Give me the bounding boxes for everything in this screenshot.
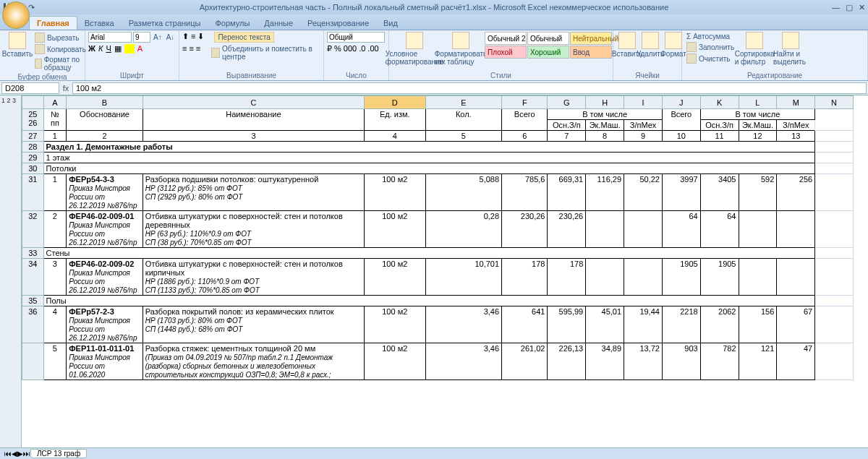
currency-icon[interactable]: ₽ [327, 44, 332, 53]
align-mid-icon[interactable]: ≡ [191, 32, 195, 43]
cut-button[interactable]: Вырезать [33, 32, 88, 43]
col-M[interactable]: M [777, 96, 815, 109]
hdr-vsego1[interactable]: Всего [502, 109, 548, 131]
format-painter-button[interactable]: Формат по образцу [33, 55, 88, 72]
title-bar: 💾 ↶ ↷ Архитектурно-строительная часть - … [0, 0, 868, 14]
clear-button[interactable]: Очистить [685, 53, 736, 64]
bold-button[interactable]: Ж [88, 44, 95, 53]
underline-button[interactable]: Ч [106, 44, 111, 53]
col-G[interactable]: G [548, 96, 586, 109]
col-H[interactable]: H [586, 96, 624, 109]
grow-font-icon[interactable]: A↑ [152, 32, 163, 43]
status-bar: ⏮ ◀ ▶ ⏭ ЛСР 13 граф [0, 447, 868, 459]
number-format[interactable] [327, 32, 385, 43]
tab-view[interactable]: Вид [376, 17, 405, 30]
sheet-tab[interactable]: ЛСР 13 граф [30, 449, 87, 458]
paste-button[interactable]: Вставить [3, 32, 32, 58]
align-bot-icon[interactable]: ⬇ [197, 32, 204, 43]
name-box[interactable] [1, 82, 59, 94]
inc-dec-icon[interactable]: .0 [359, 44, 365, 53]
format-table-button[interactable]: Форматировать как таблицу [438, 32, 483, 66]
col-B[interactable]: B [67, 96, 143, 109]
wrap-text-button[interactable]: Перенос текста [214, 32, 273, 43]
col-F[interactable]: F [502, 96, 548, 109]
section-header[interactable]: Раздел 1. Демонтажные работы [43, 142, 815, 153]
worksheet-grid[interactable]: A B C D E F G H I J K L M N 2526 № пп Об… [22, 95, 868, 447]
font-size[interactable] [133, 32, 150, 43]
percent-icon[interactable]: % [334, 44, 341, 53]
align-center-icon[interactable]: ≡ [189, 44, 193, 61]
tab-layout[interactable]: Разметка страницы [122, 17, 208, 30]
maximize-icon[interactable]: ▢ [846, 3, 853, 12]
tab-formulas[interactable]: Формулы [208, 17, 257, 30]
window-title: Архитектурно-строительная часть - Полный… [36, 3, 832, 12]
tab-review[interactable]: Рецензирование [300, 17, 376, 30]
sort-filter-button[interactable]: Сортировка и фильтр [737, 32, 772, 66]
office-button[interactable] [2, 1, 30, 29]
style-input[interactable]: Ввод [570, 46, 612, 59]
style-good[interactable]: Хороший [527, 46, 569, 59]
fill-color-icon[interactable] [124, 44, 135, 53]
col-A[interactable]: A [43, 96, 67, 109]
align-top-icon[interactable]: ⬆ [182, 32, 189, 43]
select-all[interactable] [22, 96, 44, 109]
comma-icon[interactable]: 000 [344, 44, 357, 53]
formula-input[interactable] [72, 82, 867, 94]
ribbon: Вставить Вырезать Копировать Формат по о… [0, 30, 868, 81]
sheet-nav-last-icon[interactable]: ⏭ [23, 450, 30, 458]
find-select-button[interactable]: Найти и выделить [773, 32, 808, 66]
close-icon[interactable]: ✕ [859, 3, 865, 12]
hdr-vtom2[interactable]: В том числе [700, 109, 814, 120]
style-normal2[interactable]: Обычный 2 [485, 32, 527, 45]
col-N[interactable]: N [815, 96, 854, 109]
align-right-icon[interactable]: ≡ [196, 44, 200, 61]
minimize-icon[interactable]: — [832, 3, 840, 12]
tab-insert[interactable]: Вставка [77, 17, 122, 30]
dec-dec-icon[interactable]: .00 [367, 44, 378, 53]
col-K[interactable]: K [700, 96, 739, 109]
col-E[interactable]: E [425, 96, 502, 109]
sheet-nav-prev-icon[interactable]: ◀ [12, 450, 17, 458]
delete-cells-button[interactable]: Удалить [639, 32, 661, 58]
hdr-naim[interactable]: Наименование [142, 109, 364, 131]
copy-button[interactable]: Копировать [33, 43, 88, 55]
formula-bar: fx [0, 81, 868, 95]
border-icon[interactable]: ▦ [114, 44, 122, 53]
fx-icon[interactable]: fx [61, 84, 71, 93]
hdr-npp[interactable]: № пп [43, 109, 67, 131]
style-normal[interactable]: Обычный [527, 32, 569, 45]
sheet-nav-next-icon[interactable]: ▶ [17, 450, 23, 458]
align-left-icon[interactable]: ≡ [182, 44, 187, 61]
format-cells-button[interactable]: Формат [663, 32, 684, 58]
hdr-vsego2[interactable]: Всего [662, 109, 700, 131]
autosum-button[interactable]: ΣАвтосумма [685, 32, 736, 41]
fill-button[interactable]: Заполнить [685, 41, 736, 53]
col-J[interactable]: J [662, 96, 700, 109]
col-I[interactable]: I [624, 96, 663, 109]
ribbon-tabs: Главная Вставка Разметка страницы Формул… [0, 14, 868, 30]
hdr-osn[interactable]: Обоснование [67, 109, 143, 131]
font-color-icon[interactable]: A [137, 44, 142, 53]
cond-format-button[interactable]: Условное форматирование [392, 32, 437, 66]
col-L[interactable]: L [739, 96, 777, 109]
hdr-kol[interactable]: Кол. [425, 109, 502, 131]
outline-bar[interactable]: 1 2 3 [0, 95, 22, 447]
shrink-font-icon[interactable]: A↓ [165, 32, 176, 43]
col-C[interactable]: C [142, 96, 364, 109]
sheet-nav-first-icon[interactable]: ⏮ [4, 450, 12, 458]
hdr-vtom1[interactable]: В том числе [548, 109, 662, 120]
hdr-ed[interactable]: Ед. изм. [365, 109, 425, 131]
insert-cells-button[interactable]: Вставить [616, 32, 638, 58]
merge-button[interactable]: Объединить и поместить в центре [210, 44, 320, 61]
style-bad[interactable]: Плохой [485, 46, 527, 59]
italic-button[interactable]: К [98, 44, 103, 53]
tab-home[interactable]: Главная [29, 16, 77, 30]
col-D[interactable]: D [365, 96, 425, 109]
font-name[interactable] [88, 32, 132, 43]
style-neutral[interactable]: Нейтральный [570, 32, 612, 45]
tab-data[interactable]: Данные [257, 17, 300, 30]
